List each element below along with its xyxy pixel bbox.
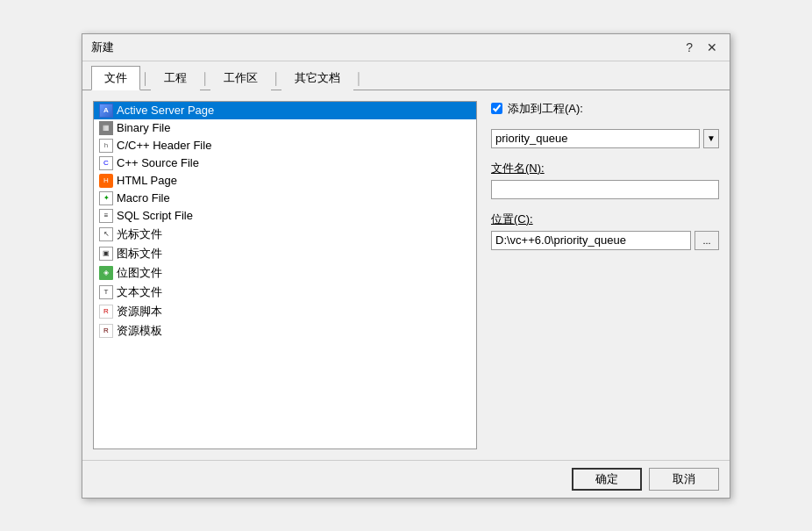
dialog-title: 新建	[91, 39, 114, 55]
tab-divider-2: │	[200, 65, 210, 90]
tab-divider-1: │	[140, 65, 151, 90]
title-bar-controls: ? ✕	[682, 41, 721, 54]
close-button[interactable]: ✕	[703, 41, 721, 54]
filename-group: 文件名(N):	[491, 161, 719, 199]
list-item-label: Active Server Page	[117, 104, 214, 117]
tab-project[interactable]: 工程	[151, 66, 200, 90]
list-item[interactable]: ▦ Binary File	[94, 119, 476, 137]
list-item[interactable]: T 文本文件	[94, 283, 476, 302]
dropdown-arrow-icon[interactable]: ▼	[703, 129, 719, 148]
list-item[interactable]: ≡ SQL Script File	[94, 207, 476, 225]
list-item-label: 图标文件	[117, 246, 162, 262]
filename-label: 文件名(N):	[491, 161, 719, 176]
list-item[interactable]: R 资源模板	[94, 321, 476, 341]
list-item[interactable]: R 资源脚本	[94, 302, 476, 321]
rct-icon: R	[99, 324, 113, 338]
location-row: ...	[491, 231, 719, 250]
list-item-label: HTML Page	[117, 174, 177, 187]
ok-button[interactable]: 确定	[572, 468, 642, 491]
rc-icon: R	[99, 305, 113, 319]
list-item-label: C/C++ Header File	[117, 139, 211, 152]
list-item-label: Macro File	[117, 191, 170, 205]
list-item[interactable]: ◈ 位图文件	[94, 263, 476, 283]
list-item-label: SQL Script File	[117, 209, 193, 222]
add-to-project-label[interactable]: 添加到工程(A):	[508, 101, 583, 117]
tab-workspace[interactable]: 工作区	[210, 66, 271, 90]
text-icon: T	[99, 285, 113, 299]
tab-divider-4: │	[353, 65, 364, 90]
list-item[interactable]: A Active Server Page	[94, 102, 476, 119]
file-list: A Active Server Page ▦ Binary File h C/C…	[93, 101, 477, 449]
list-item-label: 文本文件	[117, 284, 162, 300]
tab-bar: 文件 │ 工程 │ 工作区 │ 其它文档 │	[82, 61, 730, 90]
bitmap-icon: ▣	[99, 247, 113, 261]
cancel-button[interactable]: 取消	[649, 468, 719, 491]
macro-icon: ✦	[99, 191, 113, 205]
project-dropdown-row: priority_queue ▼	[491, 129, 719, 148]
list-item[interactable]: h C/C++ Header File	[94, 137, 476, 154]
new-dialog: 新建 ? ✕ 文件 │ 工程 │ 工作区 │ 其它文档 │ A Active S…	[82, 33, 730, 499]
add-to-project-checkbox[interactable]	[491, 103, 502, 114]
help-button[interactable]: ?	[682, 41, 696, 54]
list-item-label: C++ Source File	[117, 156, 199, 169]
list-item-label: 位图文件	[117, 265, 162, 281]
right-panel: 添加到工程(A): priority_queue ▼ 文件名(N): 位置(C)…	[491, 101, 719, 449]
header-icon: h	[99, 139, 113, 153]
binary-icon: ▦	[99, 121, 113, 135]
list-item-label: 资源模板	[117, 323, 162, 339]
project-select[interactable]: priority_queue	[491, 129, 700, 148]
cpp-icon: C	[99, 156, 113, 170]
list-item-label: 光标文件	[117, 226, 162, 242]
asp-icon: A	[99, 104, 113, 118]
filename-input[interactable]	[491, 180, 719, 199]
location-group: 位置(C): ...	[491, 212, 719, 250]
list-item-label: 资源脚本	[117, 304, 162, 319]
icon-file-icon: ◈	[99, 266, 113, 280]
list-item[interactable]: ✦ Macro File	[94, 190, 476, 207]
location-input[interactable]	[491, 231, 691, 250]
add-to-project-row: 添加到工程(A):	[491, 101, 719, 117]
html-icon: H	[99, 174, 113, 188]
tab-file[interactable]: 文件	[91, 66, 140, 90]
browse-button[interactable]: ...	[694, 231, 719, 250]
dialog-content: A Active Server Page ▦ Binary File h C/C…	[82, 90, 730, 460]
list-item[interactable]: H HTML Page	[94, 172, 476, 190]
list-item[interactable]: C C++ Source File	[94, 154, 476, 172]
sql-icon: ≡	[99, 209, 113, 223]
list-item[interactable]: ↖ 光标文件	[94, 225, 476, 244]
list-item[interactable]: ▣ 图标文件	[94, 244, 476, 263]
title-bar: 新建 ? ✕	[82, 34, 730, 61]
location-label: 位置(C):	[491, 212, 719, 227]
list-item-label: Binary File	[117, 121, 170, 134]
dialog-footer: 确定 取消	[82, 460, 730, 498]
tab-other[interactable]: 其它文档	[281, 66, 353, 90]
tab-divider-3: │	[271, 65, 281, 90]
cursor-icon: ↖	[99, 227, 113, 241]
